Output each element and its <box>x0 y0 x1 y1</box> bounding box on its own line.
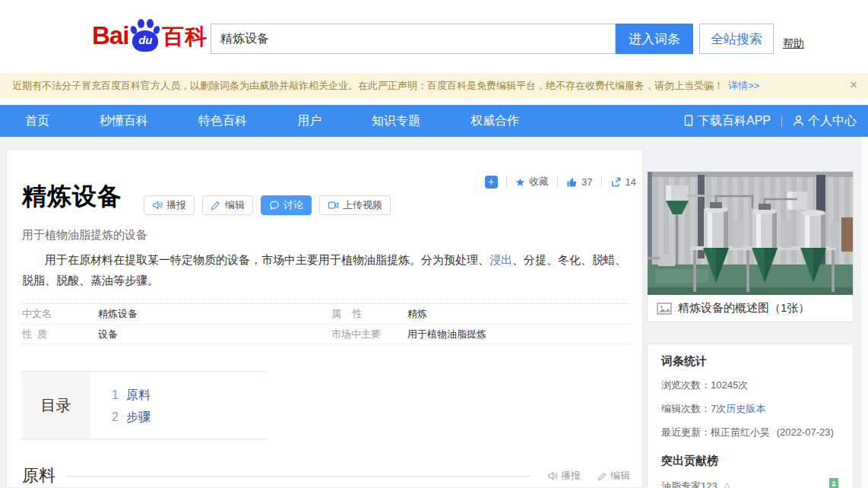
speaker-icon <box>547 471 558 481</box>
download-app-link[interactable]: 下载百科APP <box>683 113 771 129</box>
user-level-icon <box>722 483 732 488</box>
notice-details-link[interactable]: 详情>> <box>728 79 759 93</box>
add-icon[interactable]: + <box>485 176 498 189</box>
entry-summary: 用于在原材料在提取某一特定物质的设备，市场中主要用于植物油脂提炼。分为预处理、浸… <box>22 249 632 290</box>
info-row: 属 性 精炼 <box>331 303 630 324</box>
stats-update: 最近更新：根正苗红小昊 (2022-07-23) <box>661 426 839 439</box>
logo-bai-text: Bai <box>92 18 128 53</box>
phone-icon <box>683 115 694 127</box>
nav-item-users[interactable]: 用户 <box>297 113 322 129</box>
right-gutter <box>861 137 868 488</box>
nav-item-authority[interactable]: 权威合作 <box>470 113 519 129</box>
logo-baike-text: 百科 <box>162 20 207 53</box>
info-row: 中文名 精炼设备 <box>22 303 331 324</box>
baike-logo[interactable]: Bai du 百科 <box>92 17 207 53</box>
thumb-up-icon <box>566 176 578 188</box>
speaker-icon <box>152 200 163 211</box>
nav-item-tese[interactable]: 特色百科 <box>198 113 247 129</box>
person-icon <box>793 115 804 127</box>
section-header: 原料 播报 编辑 <box>22 464 630 487</box>
enter-entry-button[interactable]: 进入词条 <box>616 24 693 54</box>
contrib-title: 突出贡献榜 <box>661 454 839 468</box>
contributor-name[interactable]: 油脂专家123 <box>661 480 718 488</box>
header: Bai du 百科 进入词条 全站搜索 帮助 <box>0 0 868 68</box>
pencil-icon <box>211 200 221 211</box>
main-nav: 首页 秒懂百科 特色百科 用户 知识专题 权威合作 下载百科APP 个人中心 <box>0 105 868 137</box>
personal-center-link[interactable]: 个人中心 <box>793 113 857 129</box>
jinchu-link[interactable]: 浸出 <box>489 253 512 266</box>
edit-button[interactable]: 编辑 <box>202 195 253 215</box>
star-icon: ★ <box>515 176 525 188</box>
catalog-title: 目录 <box>22 372 90 439</box>
nav-separator <box>781 116 782 127</box>
video-icon <box>328 200 339 211</box>
search-input[interactable] <box>211 24 616 54</box>
stats-edits: 编辑次数：7次历史版本 <box>661 402 839 416</box>
chat-bubble-icon <box>269 200 280 211</box>
photo-caption[interactable]: 精炼设备的概述图（1张） <box>648 295 853 322</box>
contrib-row: 油脂专家123 <box>661 480 839 488</box>
image-icon <box>657 303 672 315</box>
nav-item-home[interactable]: 首页 <box>25 113 49 129</box>
stats-title: 词条统计 <box>661 354 839 369</box>
favorite-button[interactable]: ★ 收藏 <box>515 175 549 189</box>
overview-photo-card[interactable]: 精炼设备的概述图（1张） <box>647 171 854 322</box>
catalog: 目录 1原料 2步骤 <box>22 371 267 439</box>
catalog-item-yuanliao[interactable]: 1原料 <box>112 384 150 406</box>
site-search-button[interactable]: 全站搜索 <box>699 24 774 54</box>
catalog-item-buzhou[interactable]: 2步骤 <box>112 406 150 428</box>
stats-card: 词条统计 浏览次数：10245次 编辑次数：7次历史版本 最近更新：根正苗红小昊… <box>647 344 854 488</box>
entry-card: + ★ 收藏 37 14 精炼设备 <box>6 149 643 488</box>
section-broadcast-button[interactable]: 播报 <box>547 469 581 483</box>
logo-du-text: du <box>132 33 158 46</box>
notice-close-icon[interactable]: × <box>850 78 857 93</box>
page-title: 精炼设备 <box>22 180 122 214</box>
share-button[interactable]: 14 <box>610 176 636 188</box>
nav-item-topics[interactable]: 知识专题 <box>372 113 420 129</box>
info-row: 市场中主要 用于植物油脂提炼 <box>331 324 630 344</box>
title-toolbar: 播报 编辑 讨论 上传视频 <box>144 195 391 215</box>
section-title: 原料 <box>22 464 55 487</box>
notice-bar: 近期有不法分子冒充百度百科官方人员，以删除词条为由威胁并敲诈相关企业。在此严正声… <box>0 73 868 98</box>
discuss-button[interactable]: 讨论 <box>261 195 312 215</box>
entry-actions: + ★ 收藏 37 14 <box>485 175 636 189</box>
notice-text: 近期有不法分子冒充百度百科官方人员，以删除词条为由威胁并敲诈相关企业。在此严正声… <box>12 79 724 93</box>
nav-item-miaodong[interactable]: 秒懂百科 <box>100 113 148 129</box>
pencil-icon <box>597 471 607 481</box>
like-button[interactable]: 37 <box>566 176 592 188</box>
upload-video-button[interactable]: 上传视频 <box>319 195 391 215</box>
help-link[interactable]: 帮助 <box>783 37 804 51</box>
equipment-photo <box>648 172 853 295</box>
entry-subtitle: 用于植物油脂提炼的设备 <box>22 228 147 242</box>
contribution-medal-icon[interactable] <box>828 478 839 488</box>
updater-name[interactable]: 根正苗红小昊 <box>711 426 770 438</box>
history-versions-link[interactable]: 历史版本 <box>726 403 765 414</box>
infobox: 中文名 精炼设备 属 性 精炼 性 质 设备 市场中主要 用于植物油脂提炼 <box>22 303 630 344</box>
broadcast-button[interactable]: 播报 <box>144 195 195 215</box>
baidu-paw-icon: du <box>129 17 161 53</box>
share-icon <box>610 176 622 188</box>
section-divider <box>67 476 531 477</box>
section-edit-button[interactable]: 编辑 <box>597 469 630 483</box>
stats-views: 浏览次数：10245次 <box>661 379 839 392</box>
info-row: 性 质 设备 <box>22 324 331 344</box>
